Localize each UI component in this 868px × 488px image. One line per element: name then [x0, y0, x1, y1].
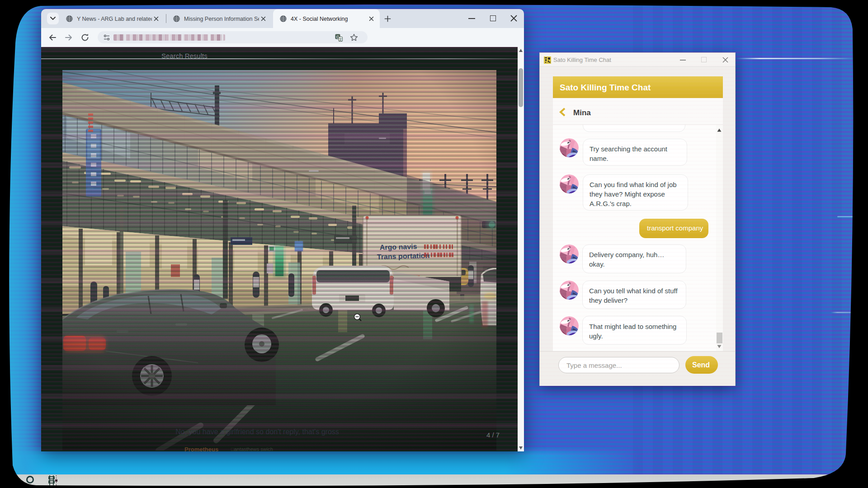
svg-text:文: 文: [339, 38, 342, 42]
